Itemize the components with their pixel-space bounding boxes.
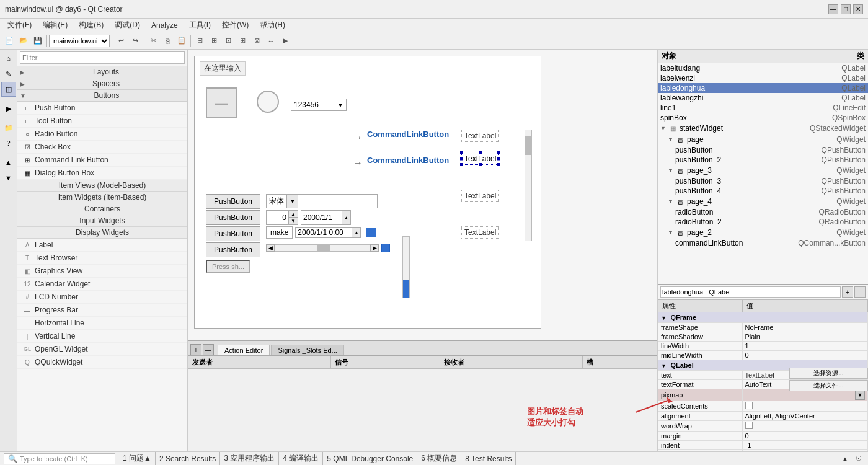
left-edit-btn[interactable]: ✎ — [1, 66, 16, 81]
menu-analyze[interactable]: Analyze — [146, 20, 183, 31]
close-btn[interactable]: ✕ — [853, 4, 863, 14]
tree-page2[interactable]: ▼ ▧ page_2 QWidget — [658, 227, 868, 238]
datetime-widget[interactable]: ▲ — [295, 227, 361, 238]
dateedit-widget[interactable]: ▲ — [301, 210, 351, 225]
sidebar-item-toolbutton[interactable]: □ Tool Button — [17, 115, 187, 128]
datetime-btn[interactable]: ▲ — [352, 228, 360, 237]
status-up-btn[interactable]: ▲ — [839, 453, 851, 464]
toolbar-preview[interactable]: ▶ — [278, 34, 292, 48]
sidebar-item-qquickwidget[interactable]: Q QQuickWidget — [17, 356, 187, 369]
make-text[interactable]: make — [266, 226, 293, 239]
tree-labelwenzi[interactable]: labelwenzi QLabel — [658, 73, 868, 83]
sidebar-item-vline[interactable]: | Vertical Line — [17, 330, 187, 343]
tab-action-editor[interactable]: Action Editor — [218, 345, 270, 355]
pushbutton-4-widget[interactable]: PushButton — [206, 242, 260, 257]
toolbar-open[interactable]: 📂 — [17, 34, 30, 48]
status-settings-btn[interactable]: ☉ — [853, 453, 864, 464]
left-debug-btn[interactable]: ▶ — [1, 101, 16, 116]
scaledcontents-checkbox[interactable] — [745, 402, 753, 409]
tree-lablewangzhi[interactable]: lablewangzhi QLabel — [658, 93, 868, 103]
tab-signals-slots[interactable]: Signals _Slots Ed... — [271, 345, 343, 355]
toolbar-save[interactable]: 💾 — [31, 34, 45, 48]
spinbox-down-btn[interactable]: ▼ — [289, 218, 298, 224]
sidebar-item-label[interactable]: A Label — [17, 239, 187, 252]
combobox-widget[interactable]: 123456 ▼ — [291, 99, 347, 111]
prop-indent[interactable]: indent -1 — [658, 441, 868, 450]
left-welcome-btn[interactable]: ⌂ — [1, 51, 16, 66]
prop-frameshadow[interactable]: frameShadow Plain — [658, 332, 868, 342]
tree-stackedwidget[interactable]: ▼ ▦ statedWidget QStackedWidget — [658, 123, 868, 134]
maximize-btn[interactable]: □ — [841, 4, 851, 14]
toolbar-layout-f[interactable]: ⊞ — [236, 34, 249, 48]
prop-linewidth[interactable]: lineWidth 1 — [658, 342, 868, 351]
sidebar-displaywidgets-category[interactable]: Display Widgets — [17, 227, 187, 239]
toolbar-undo[interactable]: ↩ — [114, 34, 128, 48]
bottom-add-btn[interactable]: + — [190, 344, 202, 355]
scrollbar-right-btn[interactable]: ▶ — [370, 244, 379, 252]
left-arrow-up-btn[interactable]: ▲ — [1, 155, 16, 170]
toolbar-layout-v[interactable]: ⊞ — [207, 34, 221, 48]
design-canvas[interactable]: 在这里输入 — 123456 ▼ → Command — [188, 50, 657, 340]
bottom-remove-btn[interactable]: — — [203, 344, 214, 355]
wordwrap-checkbox[interactable] — [745, 422, 753, 429]
prop-margin[interactable]: margin 0 — [658, 432, 868, 441]
toolbar-paste[interactable]: 📋 — [175, 34, 188, 48]
tree-page4[interactable]: ▼ ▧ page_4 QWidget — [658, 196, 868, 207]
minimize-btn[interactable]: — — [828, 4, 838, 14]
prop-scaledcontents[interactable]: scaledContents — [658, 401, 868, 412]
prop-add-btn[interactable]: + — [842, 286, 853, 298]
tree-radiobutton2[interactable]: radioButton_2 QRadioButton — [658, 217, 868, 227]
pushbutton-3-widget[interactable]: PushButton — [206, 226, 260, 241]
prop-alignment[interactable]: alignment AlignLeft, AlignVCenter — [658, 412, 868, 421]
status-problems[interactable]: 1 问题▲ — [119, 452, 156, 465]
toolbar-cut[interactable]: ✂ — [146, 34, 160, 48]
sidebar-spacers-category[interactable]: ▶ Spacers — [17, 78, 187, 90]
sidebar-itemviews-category[interactable]: Item Views (Model-Based) — [17, 180, 187, 192]
tree-page3[interactable]: ▼ ▧ page_3 QWidget — [658, 165, 868, 176]
status-testresults[interactable]: 8 Test Results — [461, 452, 516, 465]
toolbar-layout-h[interactable]: ⊟ — [193, 34, 206, 48]
prop-filter-input[interactable] — [660, 286, 841, 298]
tree-pushbutton4[interactable]: pushButton_4 QPushButton — [658, 186, 868, 196]
menu-edit[interactable]: 编辑(E) — [38, 19, 73, 32]
prop-wordwrap[interactable]: wordWrap — [658, 421, 868, 432]
tree-page[interactable]: ▼ ▧ page QWidget — [658, 134, 868, 145]
tree-pushbutton2[interactable]: pushButton_2 QPushButton — [658, 155, 868, 165]
sidebar-item-dialogbtnbox[interactable]: ▦ Dialog Button Box — [17, 167, 187, 180]
left-design-btn[interactable]: ◫ — [1, 82, 16, 97]
menu-build[interactable]: 构建(B) — [74, 19, 108, 32]
press-shortcut-widget[interactable]: Press sh... — [206, 260, 250, 273]
scrollbar-horizontal-widget[interactable]: ◀ ▶ — [266, 244, 390, 252]
menu-help[interactable]: 帮助(H) — [255, 19, 290, 32]
sidebar-item-calendarwidget[interactable]: 12 Calendar Widget — [17, 278, 187, 291]
sidebar-layouts-category[interactable]: ▶ Layouts — [17, 66, 187, 78]
toolbar-adjust[interactable]: ↔ — [264, 34, 278, 48]
left-project-btn[interactable]: 📁 — [1, 120, 16, 135]
tree-pushbutton3[interactable]: pushButton_3 QPushButton — [658, 176, 868, 186]
select-file-btn[interactable]: 选择文件... — [789, 380, 868, 391]
sidebar-itemwidgets-category[interactable]: Item Widgets (Item-Based) — [17, 192, 187, 203]
scrollbar-left-btn[interactable]: ◀ — [266, 244, 275, 252]
prop-midlinewidth[interactable]: midLineWidth 0 — [658, 351, 868, 360]
tool-button-widget[interactable]: — — [206, 87, 237, 118]
tree-labeltuxiang[interactable]: labeltuxiang QLabel — [658, 63, 868, 73]
spinbox-widget[interactable]: ▲ ▼ — [266, 210, 298, 225]
prop-remove-btn[interactable]: — — [854, 286, 866, 298]
text-label-selected[interactable]: TextLabel — [461, 153, 499, 165]
toolbar-break[interactable]: ⊠ — [250, 34, 264, 48]
status-qmldebugger[interactable]: 5 QML Debugger Console — [323, 452, 417, 465]
prop-frameshape[interactable]: frameShape NoFrame — [658, 323, 868, 332]
spinbox-input[interactable] — [267, 211, 288, 224]
menu-control[interactable]: 控件(W) — [217, 19, 254, 32]
left-arrow-down-btn[interactable]: ▼ — [1, 170, 16, 185]
scrollbar-vertical[interactable] — [525, 130, 532, 241]
sidebar-item-hline[interactable]: — Horizontal Line — [17, 317, 187, 330]
command-link-button-2[interactable]: CommandLinkButton — [367, 156, 449, 165]
tree-spinbox[interactable]: spinBox QSpinBox — [658, 113, 868, 123]
menu-tools[interactable]: 工具(I) — [184, 19, 216, 32]
tree-pushbutton[interactable]: pushButton QPushButton — [658, 145, 868, 155]
file-combo[interactable]: mainwindow.ui — [49, 35, 110, 47]
radio-button-widget[interactable] — [257, 91, 279, 113]
sidebar-item-lcdnumber[interactable]: # LCD Number — [17, 291, 187, 304]
toolbar-copy[interactable]: ⎘ — [161, 34, 174, 48]
